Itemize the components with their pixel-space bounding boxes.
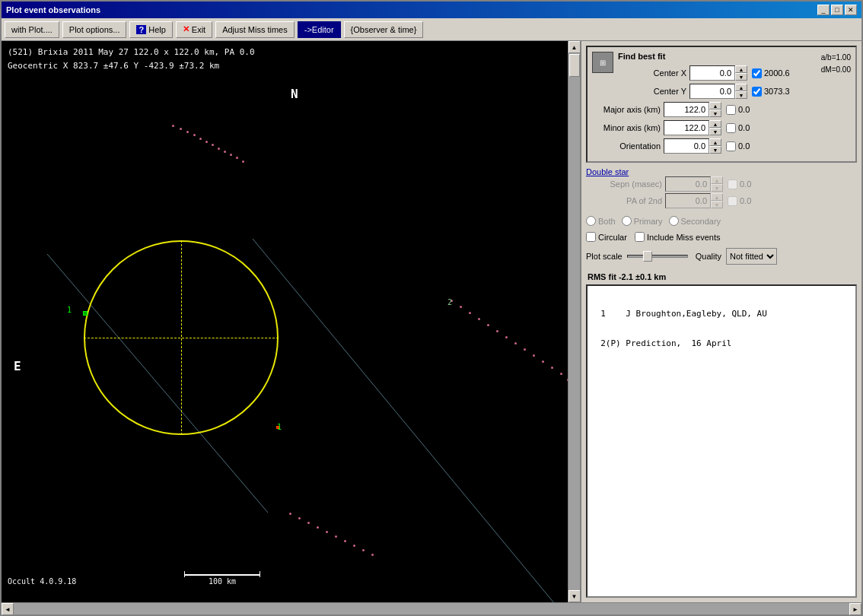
- minor-axis-spin-up[interactable]: ▲: [709, 120, 721, 128]
- plot-area[interactable]: (521) Brixia 2011 May 27 122.0 x 122.0 k…: [2, 41, 568, 602]
- plot-scale-thumb[interactable]: [643, 251, 652, 262]
- star-dot: [505, 336, 508, 338]
- center-y-display: 3073.3: [764, 87, 795, 96]
- star-dot: [524, 348, 526, 351]
- observer2-label: 1: [277, 423, 282, 431]
- major-axis-input[interactable]: [664, 102, 709, 117]
- plot-vertical-scrollbar[interactable]: ▲ ▼: [568, 41, 580, 602]
- orientation-spin-up[interactable]: ▲: [709, 138, 721, 146]
- minor-axis-spin-down[interactable]: ▼: [709, 128, 721, 135]
- scroll-down-button[interactable]: ▼: [568, 590, 581, 602]
- scroll-left-button[interactable]: ◄: [2, 603, 14, 615]
- scroll-right-button[interactable]: ►: [849, 603, 861, 615]
- orientation-checkbox-group: 0.0: [726, 141, 769, 151]
- sepn-label: Sepn (masec): [586, 179, 662, 189]
- major-axis-spin-down[interactable]: ▼: [709, 110, 721, 117]
- scale-bar: 100 km: [184, 574, 260, 586]
- close-button[interactable]: ✕: [845, 5, 857, 15]
- sepn-spinner: ▲ ▼: [711, 176, 723, 192]
- version-label: Occult 4.0.9.18: [8, 577, 76, 586]
- circular-checkbox[interactable]: [586, 232, 596, 242]
- center-y-label: Center Y: [618, 87, 686, 96]
- include-miss-checkbox[interactable]: [635, 232, 645, 242]
- sepn-checkbox-group: 0.0: [728, 179, 770, 189]
- editor-button[interactable]: ->Editor: [298, 21, 341, 38]
- adjust-miss-times-button[interactable]: Adjust Miss times: [215, 21, 295, 38]
- sepn-row: Sepn (masec) ▲ ▼ 0.0: [586, 176, 857, 192]
- major-axis-display: 0.0: [738, 105, 769, 114]
- star-dot: [307, 522, 310, 524]
- orientation-checkbox[interactable]: [726, 141, 736, 151]
- menu-bar: with Plot.... Plot options... ? Help ✕ E…: [2, 18, 861, 41]
- star-dot: [180, 128, 182, 130]
- center-y-spinner[interactable]: ▲ ▼: [735, 84, 747, 99]
- star-dot: [212, 144, 214, 146]
- orientation-spinner[interactable]: ▲ ▼: [709, 138, 721, 154]
- radio-secondary-input[interactable]: [669, 216, 679, 226]
- minimize-button[interactable]: _: [817, 5, 830, 15]
- window-title: Plot event observations: [6, 5, 100, 14]
- scroll-track[interactable]: [568, 53, 581, 590]
- radio-both-input[interactable]: [586, 216, 596, 226]
- center-y-row: Center Y ▲ ▼ 3073.3: [618, 84, 817, 99]
- circular-label: Circular: [598, 233, 627, 242]
- center-x-display: 2000.6: [764, 68, 795, 78]
- orientation-spin-down[interactable]: ▼: [709, 146, 721, 154]
- star-dot: [344, 540, 346, 542]
- minor-axis-spinner[interactable]: ▲ ▼: [709, 120, 721, 135]
- center-x-checkbox-group: 2000.6: [752, 68, 795, 78]
- quality-control: Quality Not fitted Good Fair Poor: [696, 248, 777, 265]
- major-axis-checkbox[interactable]: [726, 105, 736, 115]
- star-dot: [551, 367, 553, 369]
- minor-axis-checkbox[interactable]: [726, 123, 736, 133]
- star-dot: [496, 330, 498, 332]
- include-miss-label: Include Miss events: [647, 233, 721, 242]
- scale-line: [184, 574, 260, 576]
- find-best-fit-section: ⊞ Find best fit Center X ▲ ▼: [586, 46, 857, 163]
- help-button[interactable]: ? Help: [129, 21, 172, 38]
- quality-select[interactable]: Not fitted Good Fair Poor: [726, 248, 777, 265]
- center-y-spin-up[interactable]: ▲: [735, 84, 747, 91]
- sepn-display: 0.0: [740, 179, 770, 189]
- center-y-spin-down[interactable]: ▼: [735, 91, 747, 99]
- star-dot: [567, 379, 568, 381]
- star-dot: [326, 531, 328, 533]
- obs-line-1: 1 J Broughton,Eagleby, QLD, AU: [591, 309, 852, 319]
- double-star-link[interactable]: Double star: [586, 167, 629, 176]
- minor-axis-display: 0.0: [738, 123, 769, 132]
- hscroll-track[interactable]: [14, 603, 849, 614]
- plot-info-line1: (521) Brixia 2011 May 27 122.0 x 122.0 k…: [8, 46, 255, 59]
- star-dot: [560, 373, 562, 375]
- observations-list[interactable]: 1 J Broughton,Eagleby, QLD, AU 2(P) Pred…: [586, 284, 857, 598]
- svg-line-1: [253, 239, 568, 602]
- star-dot: [242, 160, 244, 163]
- maximize-button[interactable]: □: [831, 5, 843, 15]
- right-panel: ⊞ Find best fit Center X ▲ ▼: [580, 41, 861, 602]
- star-dot: [533, 354, 535, 357]
- with-plot-menu[interactable]: with Plot....: [5, 21, 59, 38]
- minor-axis-input[interactable]: [664, 120, 709, 135]
- major-axis-spin-up[interactable]: ▲: [709, 102, 721, 110]
- center-x-spinner[interactable]: ▲ ▼: [735, 65, 747, 81]
- scroll-up-button[interactable]: ▲: [568, 41, 581, 53]
- major-axis-spinner[interactable]: ▲ ▼: [709, 102, 721, 117]
- center-x-spin-up[interactable]: ▲: [735, 65, 747, 73]
- pa2nd-spinner: ▲ ▼: [711, 193, 723, 208]
- plot-scale-slider[interactable]: [627, 255, 688, 258]
- center-y-input[interactable]: [689, 84, 735, 99]
- scroll-thumb[interactable]: [569, 54, 580, 77]
- exit-button[interactable]: ✕ Exit: [176, 21, 212, 38]
- center-x-row: Center X ▲ ▼ 2000.6: [618, 65, 817, 81]
- radio-primary-input[interactable]: [622, 216, 632, 226]
- center-x-checkbox[interactable]: [752, 68, 762, 78]
- center-x-spin-down[interactable]: ▼: [735, 73, 747, 81]
- center-x-input[interactable]: [689, 65, 735, 81]
- star-dot: [353, 545, 355, 547]
- center-y-checkbox[interactable]: [752, 87, 762, 97]
- orientation-input[interactable]: [664, 138, 709, 154]
- plot-options-menu[interactable]: Plot options...: [62, 21, 127, 38]
- observer1-label: 1: [67, 306, 72, 314]
- observer-time-button[interactable]: {Observer & time}: [344, 21, 424, 38]
- center-x-label: Center X: [618, 68, 686, 78]
- radio-secondary-label: Secondary: [681, 217, 721, 226]
